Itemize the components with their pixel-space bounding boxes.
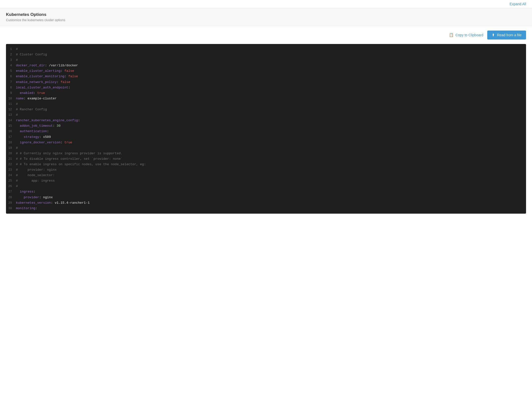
colon-token: : <box>45 64 49 67</box>
comment-token: # <box>16 102 18 106</box>
value-string-token: example-cluster <box>28 97 57 100</box>
comment-token: # # Currently only nginx ingress provide… <box>16 152 123 155</box>
code-line: 3# <box>6 57 526 63</box>
colon-token: : <box>47 129 49 133</box>
indent-token <box>16 91 20 95</box>
comment-token: # <box>16 184 18 188</box>
colon-token: : <box>24 97 28 100</box>
code-line: 23# provider: nginx <box>6 167 526 173</box>
comment-token: # node_selector: <box>16 173 55 177</box>
code-line: 11# <box>6 101 526 107</box>
line-text: kubernetes_version: v1.15.4-rancher1-1 <box>16 200 89 206</box>
code-line: 17 strategy: x509 <box>6 134 526 140</box>
key-token: docker_root_dir <box>16 64 45 67</box>
colon-token: : <box>39 196 43 199</box>
read-file-label: Read from a file <box>497 33 522 37</box>
value-false-token: false <box>68 75 78 78</box>
line-number: 6 <box>6 74 16 79</box>
code-line: 6enable_cluster_monitoring: false <box>6 74 526 79</box>
clipboard-icon: 📋 <box>449 33 454 37</box>
line-number: 13 <box>6 113 16 118</box>
value-false-token: false <box>60 80 70 84</box>
code-line: 29kubernetes_version: v1.15.4-rancher1-1 <box>6 200 526 206</box>
line-number: 24 <box>6 173 16 178</box>
colon-token: : <box>33 190 35 194</box>
colon-token: : <box>68 86 70 89</box>
comment-token: # <box>16 58 18 62</box>
code-editor[interactable]: 1#2# Cluster Config3#4docker_root_dir: /… <box>6 44 526 214</box>
code-line: 30monitoring: <box>6 206 526 211</box>
code-line: 8local_cluster_auth_endpoint: <box>6 85 526 90</box>
line-number: 1 <box>6 47 16 52</box>
line-number: 21 <box>6 157 16 161</box>
line-number: 25 <box>6 178 16 183</box>
comment-token: # <box>16 47 18 51</box>
comment-token: # # To enable ingress on specific nodes,… <box>16 162 146 166</box>
line-text: # app: ingress <box>16 178 55 184</box>
value-string-token: x509 <box>43 135 51 139</box>
line-text: local_cluster_auth_endpoint: <box>16 85 70 90</box>
key-token: name <box>16 97 24 100</box>
read-from-file-button[interactable]: ⬆ Read from a file <box>487 31 526 40</box>
indent-token <box>16 190 20 194</box>
line-number: 10 <box>6 96 16 101</box>
comment-token: # app: ingress <box>16 179 55 183</box>
line-number: 4 <box>6 63 16 68</box>
value-false-token: false <box>64 69 74 73</box>
indent-token <box>16 141 20 144</box>
key-token: enable_cluster_alerting <box>16 69 60 73</box>
colon-token: : <box>60 69 64 73</box>
line-number: 11 <box>6 102 16 107</box>
comment-token: # <box>16 113 18 117</box>
line-text: enabled: true <box>16 90 45 96</box>
line-text: strategy: x509 <box>16 134 51 140</box>
line-text: # Rancher Config <box>16 107 47 112</box>
key-token: enable_cluster_monitoring <box>16 75 64 78</box>
line-text: # <box>16 145 18 151</box>
line-text: authentication: <box>16 129 49 134</box>
key-token: addon_job_timeout <box>20 124 53 128</box>
line-number: 28 <box>6 195 16 200</box>
code-line: 12# Rancher Config <box>6 107 526 112</box>
line-number: 17 <box>6 135 16 140</box>
line-text: docker_root_dir: /var/lib/docker <box>16 63 78 68</box>
comment-token: # Cluster Config <box>16 53 47 56</box>
code-line: 1# <box>6 46 526 52</box>
line-number: 20 <box>6 151 16 156</box>
copy-label: Copy to Clipboard <box>455 33 483 37</box>
code-line: 5enable_cluster_alerting: false <box>6 68 526 74</box>
code-line: 21# # To disable ingress controller, set… <box>6 156 526 162</box>
key-token: authentication <box>20 129 47 133</box>
line-number: 29 <box>6 200 16 205</box>
colon-token: : <box>33 91 37 95</box>
colon-token: : <box>39 135 43 139</box>
line-text: enable_network_policy: false <box>16 79 70 85</box>
code-line: 22# # To enable ingress on specific node… <box>6 162 526 167</box>
code-line: 25# app: ingress <box>6 178 526 184</box>
value-string-token: /var/lib/docker <box>49 64 78 67</box>
key-token: ingress <box>20 190 34 194</box>
key-token: ignore_docker_version <box>20 141 61 144</box>
line-text: monitoring: <box>16 206 37 211</box>
line-text: # <box>16 57 18 63</box>
line-text: name: example-cluster <box>16 96 57 101</box>
line-number: 22 <box>6 162 16 167</box>
line-text: # <box>16 46 18 52</box>
copy-to-clipboard-button[interactable]: 📋 Copy to Clipboard <box>449 33 483 37</box>
key-token: provider <box>24 196 39 199</box>
line-number: 16 <box>6 129 16 134</box>
value-string-token: v1.15.4-rancher1-1 <box>55 201 89 205</box>
comment-token: # # To disable ingress controller, set `… <box>16 157 123 161</box>
line-number: 30 <box>6 206 16 211</box>
line-number: 7 <box>6 80 16 85</box>
expand-all-button[interactable]: Expand All <box>510 2 526 6</box>
code-line: 9 enabled: true <box>6 90 526 96</box>
key-token: monitoring <box>16 206 35 210</box>
key-token: enable_network_policy <box>16 80 57 84</box>
key-token: enabled <box>20 91 34 95</box>
line-number: 3 <box>6 58 16 63</box>
code-line: 14rancher_kubernetes_engine_config: <box>6 118 526 123</box>
value-true-token: true <box>37 91 45 95</box>
line-number: 15 <box>6 123 16 128</box>
code-line: 13# <box>6 112 526 118</box>
